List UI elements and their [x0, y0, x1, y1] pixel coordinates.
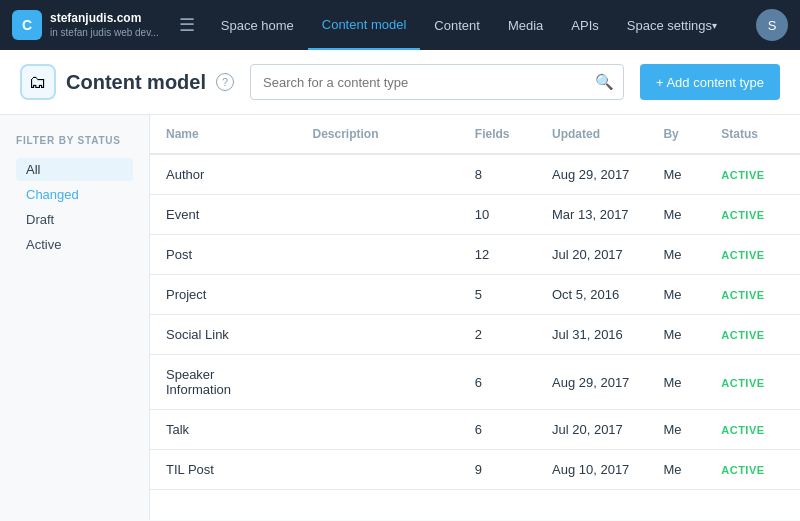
cell-by: Me: [647, 235, 705, 275]
nav-link-content[interactable]: Content: [420, 0, 494, 50]
table-row[interactable]: Talk 6 Jul 20, 2017 Me ACTIVE: [150, 410, 800, 450]
hamburger-icon[interactable]: ☰: [167, 14, 207, 36]
cell-fields: 6: [459, 410, 536, 450]
search-input[interactable]: [250, 64, 624, 100]
cell-status: ACTIVE: [705, 235, 800, 275]
cell-fields: 6: [459, 355, 536, 410]
cell-fields: 2: [459, 315, 536, 355]
help-icon[interactable]: ?: [216, 73, 234, 91]
cell-updated: Aug 29, 2017: [536, 355, 647, 410]
avatar[interactable]: S: [756, 9, 788, 41]
cell-by: Me: [647, 355, 705, 410]
filter-label: Filter by status: [16, 135, 133, 146]
cell-updated: Jul 31, 2016: [536, 315, 647, 355]
cell-status: ACTIVE: [705, 195, 800, 235]
page-header-left: 🗂 Content model ?: [20, 64, 234, 100]
cell-fields: 9: [459, 450, 536, 490]
nav-links: Space home Content model Content Media A…: [207, 0, 756, 50]
cell-name: Author: [150, 154, 296, 195]
nav-link-media[interactable]: Media: [494, 0, 557, 50]
col-header-description: Description: [296, 115, 458, 154]
nav-link-content-model[interactable]: Content model: [308, 0, 421, 50]
cell-updated: Aug 10, 2017: [536, 450, 647, 490]
cell-status: ACTIVE: [705, 154, 800, 195]
cell-name: Event: [150, 195, 296, 235]
content-area: Name Description Fields Updated By Statu…: [150, 115, 800, 520]
sidebar: Filter by status All Changed Draft Activ…: [0, 115, 150, 520]
col-header-by: By: [647, 115, 705, 154]
sidebar-filter-active[interactable]: Active: [16, 233, 133, 256]
cell-updated: Jul 20, 2017: [536, 235, 647, 275]
content-model-icon: 🗂: [20, 64, 56, 100]
col-header-fields: Fields: [459, 115, 536, 154]
cell-updated: Aug 29, 2017: [536, 154, 647, 195]
table-row[interactable]: Event 10 Mar 13, 2017 Me ACTIVE: [150, 195, 800, 235]
cell-status: ACTIVE: [705, 355, 800, 410]
cell-status: ACTIVE: [705, 410, 800, 450]
cell-description: [296, 355, 458, 410]
cell-name: Post: [150, 235, 296, 275]
cell-updated: Mar 13, 2017: [536, 195, 647, 235]
main-layout: Filter by status All Changed Draft Activ…: [0, 115, 800, 520]
table-row[interactable]: Post 12 Jul 20, 2017 Me ACTIVE: [150, 235, 800, 275]
table-container: Name Description Fields Updated By Statu…: [150, 115, 800, 490]
sidebar-filter-changed[interactable]: Changed: [16, 183, 133, 206]
cell-name: Talk: [150, 410, 296, 450]
table-row[interactable]: Author 8 Aug 29, 2017 Me ACTIVE: [150, 154, 800, 195]
cell-name: Project: [150, 275, 296, 315]
table-row[interactable]: Speaker Information 6 Aug 29, 2017 Me AC…: [150, 355, 800, 410]
add-content-type-button[interactable]: + Add content type: [640, 64, 780, 100]
cell-name: TIL Post: [150, 450, 296, 490]
cell-by: Me: [647, 315, 705, 355]
cell-fields: 8: [459, 154, 536, 195]
cell-status: ACTIVE: [705, 275, 800, 315]
cell-status: ACTIVE: [705, 315, 800, 355]
top-navigation: C stefanjudis.com in stefan judis web de…: [0, 0, 800, 50]
nav-link-space-settings[interactable]: Space settings: [613, 0, 731, 50]
cell-description: [296, 275, 458, 315]
logo-text: stefanjudis.com in stefan judis web dev.…: [50, 11, 159, 40]
cell-by: Me: [647, 450, 705, 490]
cell-description: [296, 195, 458, 235]
cell-name: Social Link: [150, 315, 296, 355]
cell-by: Me: [647, 154, 705, 195]
cell-description: [296, 450, 458, 490]
cell-description: [296, 315, 458, 355]
cell-updated: Oct 5, 2016: [536, 275, 647, 315]
col-header-name: Name: [150, 115, 296, 154]
nav-link-apis[interactable]: APIs: [557, 0, 612, 50]
cell-description: [296, 235, 458, 275]
table-row[interactable]: Social Link 2 Jul 31, 2016 Me ACTIVE: [150, 315, 800, 355]
content-table: Name Description Fields Updated By Statu…: [150, 115, 800, 490]
sidebar-filter-draft[interactable]: Draft: [16, 208, 133, 231]
cell-fields: 12: [459, 235, 536, 275]
table-row[interactable]: Project 5 Oct 5, 2016 Me ACTIVE: [150, 275, 800, 315]
logo[interactable]: C stefanjudis.com in stefan judis web de…: [12, 10, 159, 40]
cell-by: Me: [647, 410, 705, 450]
col-header-status: Status: [705, 115, 800, 154]
cell-by: Me: [647, 275, 705, 315]
cell-name: Speaker Information: [150, 355, 296, 410]
cell-description: [296, 410, 458, 450]
cell-fields: 10: [459, 195, 536, 235]
table-row[interactable]: TIL Post 9 Aug 10, 2017 Me ACTIVE: [150, 450, 800, 490]
search-box: 🔍: [250, 64, 624, 100]
cell-description: [296, 154, 458, 195]
page-header: 🗂 Content model ? 🔍 + Add content type: [0, 50, 800, 115]
page-title: Content model: [66, 71, 206, 94]
search-icon[interactable]: 🔍: [595, 73, 614, 91]
cell-fields: 5: [459, 275, 536, 315]
table-header-row: Name Description Fields Updated By Statu…: [150, 115, 800, 154]
col-header-updated: Updated: [536, 115, 647, 154]
cell-status: ACTIVE: [705, 450, 800, 490]
sidebar-filter-all[interactable]: All: [16, 158, 133, 181]
nav-link-space-home[interactable]: Space home: [207, 0, 308, 50]
cell-updated: Jul 20, 2017: [536, 410, 647, 450]
cell-by: Me: [647, 195, 705, 235]
logo-icon: C: [12, 10, 42, 40]
